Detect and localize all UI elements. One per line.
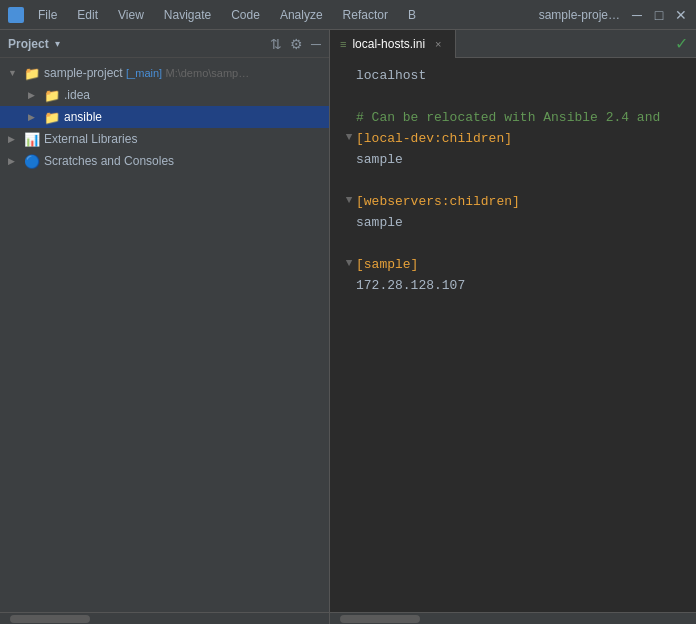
- code-section: [sample]: [356, 255, 418, 276]
- sidebar-tree: ▼ 📁 sample-project [_main] M:\demo\samp……: [0, 58, 329, 612]
- sidebar-item-ansible[interactable]: ▶ 📁 ansible: [0, 106, 329, 128]
- sidebar-item-scratches[interactable]: ▶ 🔵 Scratches and Consoles: [0, 150, 329, 172]
- bottom-row: [0, 612, 696, 624]
- sidebar: Project ▾ ⇅ ⚙ ─ ▼ 📁 sample-project [_mai…: [0, 30, 330, 612]
- code-line: sample: [342, 213, 688, 234]
- menu-bar: File Edit View Navigate Code Analyze Ref…: [34, 6, 529, 24]
- fold-icon: [342, 66, 356, 84]
- path-hint: M:\demo\samp…: [165, 67, 249, 79]
- code-text: localhost: [356, 66, 426, 87]
- tree-item-label: Scratches and Consoles: [44, 154, 329, 168]
- code-line: [342, 87, 688, 108]
- tree-item-label: sample-project [_main] M:\demo\samp…: [44, 66, 329, 80]
- tree-expand-icon: ▶: [28, 112, 40, 122]
- code-section: [webservers:children]: [356, 192, 520, 213]
- status-check-icon: ✓: [675, 34, 696, 53]
- tree-item-label: External Libraries: [44, 132, 329, 146]
- code-text: [356, 87, 364, 108]
- menu-file[interactable]: File: [34, 6, 61, 24]
- tab-close-button[interactable]: ×: [431, 37, 445, 51]
- sidebar-settings-icon[interactable]: ⚙: [290, 36, 303, 52]
- tab-file-icon: ≡: [340, 38, 346, 50]
- folder-icon: 📁: [44, 88, 60, 103]
- editor-area: ≡ local-hosts.ini × ✓ localhost: [330, 30, 696, 612]
- fold-icon[interactable]: ▼: [342, 192, 356, 210]
- sidebar-item-external-libraries[interactable]: ▶ 📊 External Libraries: [0, 128, 329, 150]
- window-controls: ─ □ ✕: [630, 8, 688, 22]
- code-text: [356, 234, 364, 255]
- sidebar-item-sample-project[interactable]: ▼ 📁 sample-project [_main] M:\demo\samp…: [0, 62, 329, 84]
- folder-icon: 📁: [24, 66, 40, 81]
- maximize-button[interactable]: □: [652, 8, 666, 22]
- code-text: [356, 171, 364, 192]
- sidebar-chevron-icon[interactable]: ▾: [55, 38, 60, 49]
- editor-scrollbar[interactable]: [330, 612, 696, 624]
- tree-expand-icon: ▶: [8, 134, 20, 144]
- editor-tab-local-hosts[interactable]: ≡ local-hosts.ini ×: [330, 30, 456, 58]
- menu-code[interactable]: Code: [227, 6, 264, 24]
- code-text: sample: [356, 213, 403, 234]
- fold-icon: [342, 234, 356, 252]
- code-line: # Can be relocated with Ansible 2.4 and: [342, 108, 688, 129]
- code-line: [342, 171, 688, 192]
- code-section: [local-dev:children]: [356, 129, 512, 150]
- main-layout: Project ▾ ⇅ ⚙ ─ ▼ 📁 sample-project [_mai…: [0, 30, 696, 624]
- app-icon: [8, 7, 24, 23]
- menu-view[interactable]: View: [114, 6, 148, 24]
- code-line: ▼ [local-dev:children]: [342, 129, 688, 150]
- folder-icon: 📁: [44, 110, 60, 125]
- editor-scroll-thumb[interactable]: [340, 615, 420, 623]
- code-line: 172.28.128.107: [342, 276, 688, 297]
- tree-expand-icon: ▶: [28, 90, 40, 100]
- code-line: [342, 234, 688, 255]
- external-libs-icon: 📊: [24, 132, 40, 147]
- fold-icon: [342, 108, 356, 126]
- menu-edit[interactable]: Edit: [73, 6, 102, 24]
- fold-icon: [342, 171, 356, 189]
- scratches-icon: 🔵: [24, 154, 40, 169]
- fold-icon[interactable]: ▼: [342, 129, 356, 147]
- code-text: 172.28.128.107: [356, 276, 465, 297]
- sidebar-item-idea[interactable]: ▶ 📁 .idea: [0, 84, 329, 106]
- title-bar: File Edit View Navigate Code Analyze Ref…: [0, 0, 696, 30]
- project-name-label: sample-project: [44, 66, 123, 80]
- menu-b[interactable]: B: [404, 6, 420, 24]
- fold-icon: [342, 276, 356, 294]
- sidebar-header: Project ▾ ⇅ ⚙ ─: [0, 30, 329, 58]
- code-line: localhost: [342, 66, 688, 87]
- fold-icon: [342, 213, 356, 231]
- menu-analyze[interactable]: Analyze: [276, 6, 327, 24]
- sidebar-header-right: ⇅ ⚙ ─: [270, 36, 321, 52]
- code-line: sample: [342, 150, 688, 171]
- tree-expand-icon: ▼: [8, 68, 20, 78]
- close-button[interactable]: ✕: [674, 8, 688, 22]
- code-editor[interactable]: localhost # Can be relocated with Ansibl…: [330, 58, 696, 612]
- code-line: ▼ [webservers:children]: [342, 192, 688, 213]
- sidebar-header-left: Project ▾: [8, 37, 60, 51]
- tab-label: local-hosts.ini: [352, 37, 425, 51]
- content-area: Project ▾ ⇅ ⚙ ─ ▼ 📁 sample-project [_mai…: [0, 30, 696, 612]
- code-comment: # Can be relocated with Ansible 2.4 and: [356, 108, 660, 129]
- tree-item-label: .idea: [64, 88, 329, 102]
- sidebar-title: Project: [8, 37, 49, 51]
- branch-tag: [_main]: [126, 67, 162, 79]
- fold-icon: [342, 150, 356, 168]
- minimize-button[interactable]: ─: [630, 8, 644, 22]
- code-line: ▼ [sample]: [342, 255, 688, 276]
- window-title: sample-proje…: [539, 8, 620, 22]
- editor-tabs: ≡ local-hosts.ini × ✓: [330, 30, 696, 58]
- tree-item-label: ansible: [64, 110, 329, 124]
- menu-navigate[interactable]: Navigate: [160, 6, 215, 24]
- tree-expand-icon: ▶: [8, 156, 20, 166]
- fold-icon: [342, 87, 356, 105]
- menu-refactor[interactable]: Refactor: [339, 6, 392, 24]
- sidebar-hide-icon[interactable]: ─: [311, 36, 321, 52]
- code-text: sample: [356, 150, 403, 171]
- sidebar-scrollbar[interactable]: [0, 612, 330, 624]
- sidebar-scroll-thumb[interactable]: [10, 615, 90, 623]
- sidebar-collapse-icon[interactable]: ⇅: [270, 36, 282, 52]
- fold-icon[interactable]: ▼: [342, 255, 356, 273]
